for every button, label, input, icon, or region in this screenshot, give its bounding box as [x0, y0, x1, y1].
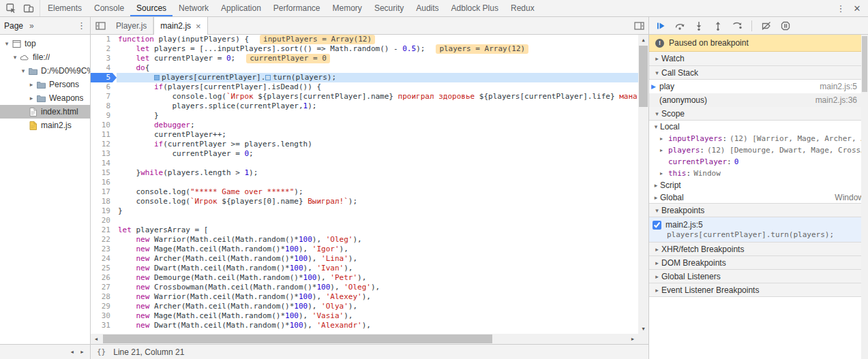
- line-number[interactable]: 12: [91, 140, 117, 149]
- code-text[interactable]: }: [117, 206, 638, 216]
- code-text[interactable]: do{: [117, 63, 638, 73]
- section-scope[interactable]: Scope: [649, 106, 861, 121]
- scroll-right-icon[interactable]: ►: [627, 334, 638, 344]
- code-text[interactable]: if(currentPlayer >= players.length): [117, 140, 638, 149]
- line-number[interactable]: 7: [91, 92, 117, 102]
- tab-console[interactable]: Console: [88, 0, 130, 16]
- tab-adblock-plus[interactable]: Adblock Plus: [445, 0, 505, 16]
- line-number[interactable]: 13: [91, 149, 117, 159]
- hscroll-thumb[interactable]: [103, 334, 492, 343]
- tree-item-top[interactable]: ▾top: [0, 37, 90, 50]
- inline-step-marker[interactable]: [265, 75, 271, 80]
- line-number[interactable]: 19: [91, 206, 117, 216]
- line-number[interactable]: 24: [91, 254, 117, 264]
- line-number[interactable]: 30: [91, 311, 117, 321]
- line-number[interactable]: 16: [91, 178, 117, 187]
- breakpoint-entry[interactable]: main2.js:5 players[currentPlayer].turn(p…: [649, 217, 861, 243]
- tab-audits[interactable]: Audits: [410, 0, 445, 16]
- scope-script-header[interactable]: Script: [649, 179, 861, 191]
- code-text[interactable]: }while(players.length > 1);: [117, 168, 638, 178]
- line-number[interactable]: 6: [91, 82, 117, 92]
- code-text[interactable]: new Dwart(Math.ceil(Math.random()*100), …: [117, 321, 638, 330]
- resume-button[interactable]: [653, 18, 669, 34]
- more-tabs-icon[interactable]: »: [29, 21, 34, 31]
- hide-debugger-icon[interactable]: [629, 17, 648, 34]
- code-text[interactable]: new Mage(Math.ceil(Math.random()*100), '…: [117, 245, 638, 254]
- tab-redux[interactable]: Redux: [505, 0, 541, 16]
- section-global-listeners[interactable]: Global Listeners: [649, 269, 861, 283]
- tab-network[interactable]: Network: [173, 0, 215, 16]
- tab-application[interactable]: Application: [215, 0, 267, 16]
- editor-vscrollbar[interactable]: ▲ ▼: [638, 35, 648, 334]
- line-number[interactable]: 17: [91, 187, 117, 197]
- code-text[interactable]: }: [117, 111, 638, 121]
- vscroll-thumb[interactable]: [639, 46, 648, 107]
- tree-item-index-html[interactable]: index.html: [0, 105, 90, 119]
- device-toolbar-icon[interactable]: [20, 0, 38, 16]
- code-text[interactable]: debugger;: [117, 121, 638, 130]
- scroll-up-icon[interactable]: ▲: [638, 35, 648, 45]
- step-over-button[interactable]: [672, 18, 688, 34]
- code-text[interactable]: players.splice(currentPlayer,1);: [117, 102, 638, 111]
- line-number[interactable]: 9: [91, 111, 117, 121]
- inline-step-marker[interactable]: [154, 75, 160, 80]
- line-number[interactable]: 4: [91, 63, 117, 73]
- code-text[interactable]: new Mage(Math.ceil(Math.random()*100), '…: [117, 311, 638, 321]
- line-number[interactable]: 3: [91, 54, 117, 63]
- code-text[interactable]: new Archer(Math.ceil(Math.random()*100),…: [117, 302, 638, 311]
- breakpoint-checkbox[interactable]: [653, 221, 661, 230]
- debugger-vscrollbar[interactable]: [861, 35, 868, 359]
- code-text[interactable]: [117, 216, 638, 225]
- step-button[interactable]: [729, 18, 745, 34]
- navigator-menu-icon[interactable]: ⋮: [77, 20, 86, 31]
- tree-item-main2-js[interactable]: main2.js: [0, 119, 90, 132]
- scope-global-header[interactable]: Global Window: [649, 191, 861, 204]
- line-number[interactable]: 1: [91, 35, 117, 44]
- tab-performance[interactable]: Performance: [267, 0, 327, 16]
- close-icon[interactable]: ✕: [849, 3, 865, 14]
- code-text[interactable]: new Demourge(Math.ceil(Math.random()*100…: [117, 273, 638, 283]
- line-number[interactable]: 11: [91, 130, 117, 140]
- line-number[interactable]: 18: [91, 197, 117, 206]
- line-number[interactable]: 25: [91, 264, 117, 273]
- deactivate-breakpoints-button[interactable]: [758, 18, 775, 34]
- step-into-button[interactable]: [691, 18, 707, 34]
- line-number[interactable]: 20: [91, 216, 117, 225]
- navigator-hscrollbar[interactable]: ◄ ►: [0, 344, 90, 359]
- inspect-element-icon[interactable]: [2, 0, 20, 16]
- breakpoint-marker[interactable]: 5: [91, 73, 117, 82]
- code-text[interactable]: let players = [...inputPlayers].sort(() …: [117, 44, 638, 54]
- scope-entry-currentplayer[interactable]: currentPlayer:0: [649, 156, 861, 168]
- scroll-down-icon[interactable]: ▼: [638, 324, 648, 334]
- line-number[interactable]: 14: [91, 159, 117, 168]
- callstack-frame[interactable]: ▶playmain2.js:5: [649, 80, 861, 93]
- code-text[interactable]: new Archer(Math.ceil(Math.random()*100),…: [117, 254, 638, 264]
- code-text[interactable]: function play(inputPlayers) {inputPlayer…: [117, 35, 638, 44]
- code-text[interactable]: players[currentPlayer].turn(players);: [117, 73, 638, 82]
- tree-item-file[interactable]: ▾file://: [0, 50, 90, 64]
- customize-menu-icon[interactable]: ⋮: [833, 3, 849, 14]
- scroll-right-icon[interactable]: ►: [80, 349, 85, 354]
- code-text[interactable]: if(players[currentPlayer].isDead()) {: [117, 82, 638, 92]
- code-text[interactable]: [117, 159, 638, 168]
- line-number[interactable]: 28: [91, 292, 117, 302]
- tree-item-d-d0-9c-c[interactable]: ▾D:/%D0%9C%C%: [0, 64, 90, 78]
- hscroll-track[interactable]: [102, 334, 627, 344]
- editor-tab-main2-js[interactable]: main2.js×: [153, 17, 207, 35]
- line-number[interactable]: 21: [91, 225, 117, 235]
- tab-security[interactable]: Security: [368, 0, 410, 16]
- editor-tab-player-js[interactable]: Player.js: [110, 17, 153, 34]
- code-text[interactable]: new Warrior(Math.ceil(Math.random()*100)…: [117, 235, 638, 245]
- scope-entry-this[interactable]: ▸this:Window: [649, 168, 861, 179]
- editor-hscrollbar[interactable]: ◄ ►: [91, 334, 648, 344]
- scroll-left-icon[interactable]: ◄: [70, 349, 74, 354]
- section-watch[interactable]: Watch: [649, 52, 861, 66]
- pause-on-exceptions-button[interactable]: [777, 18, 794, 34]
- line-number[interactable]: 2: [91, 44, 117, 54]
- line-number[interactable]: 27: [91, 283, 117, 292]
- section-call-stack[interactable]: Call Stack: [649, 65, 861, 80]
- tree-item-persons[interactable]: ▸Persons: [0, 78, 90, 91]
- code-text[interactable]: let playersArray = [: [117, 225, 638, 235]
- code-text[interactable]: currentPlayer = 0;: [117, 149, 638, 159]
- section-event-listener-breakpoints[interactable]: Event Listener Breakpoints: [649, 283, 861, 297]
